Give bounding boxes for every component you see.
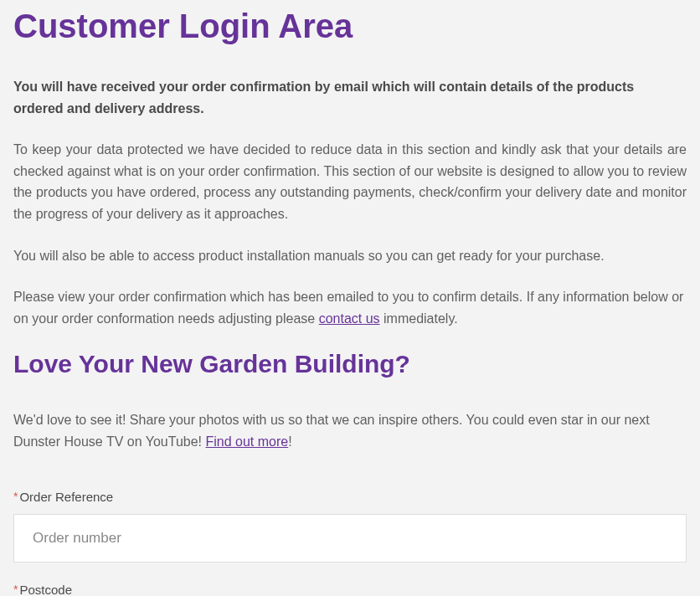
find-out-more-link[interactable]: Find out more xyxy=(205,434,288,449)
confirmation-paragraph: Please view your order confirmation whic… xyxy=(13,286,687,329)
postcode-label-text: Postcode xyxy=(19,583,72,596)
love-paragraph: We'd love to see it! Share your photos w… xyxy=(13,409,687,452)
contact-us-link[interactable]: contact us xyxy=(319,311,380,326)
required-marker: * xyxy=(13,490,18,503)
order-reference-label-text: Order Reference xyxy=(19,490,113,504)
postcode-group: *Postcode xyxy=(13,583,687,596)
intro-paragraph: You will have received your order confir… xyxy=(13,76,687,119)
data-protection-paragraph: To keep your data protected we have deci… xyxy=(13,139,687,224)
required-marker: * xyxy=(13,583,18,596)
love-paragraph-pre: We'd love to see it! Share your photos w… xyxy=(13,413,650,449)
order-reference-input[interactable] xyxy=(13,514,687,563)
postcode-label: *Postcode xyxy=(13,583,687,596)
confirmation-paragraph-post: immediately. xyxy=(380,311,458,326)
order-reference-label: *Order Reference xyxy=(13,490,687,504)
love-paragraph-post: ! xyxy=(288,434,291,449)
page-title: Customer Login Area xyxy=(13,6,687,46)
manuals-paragraph: You will also be able to access product … xyxy=(13,245,687,267)
order-reference-group: *Order Reference xyxy=(13,490,687,563)
subheading: Love Your New Garden Building? xyxy=(13,349,687,379)
login-form: *Order Reference *Postcode xyxy=(13,490,687,596)
